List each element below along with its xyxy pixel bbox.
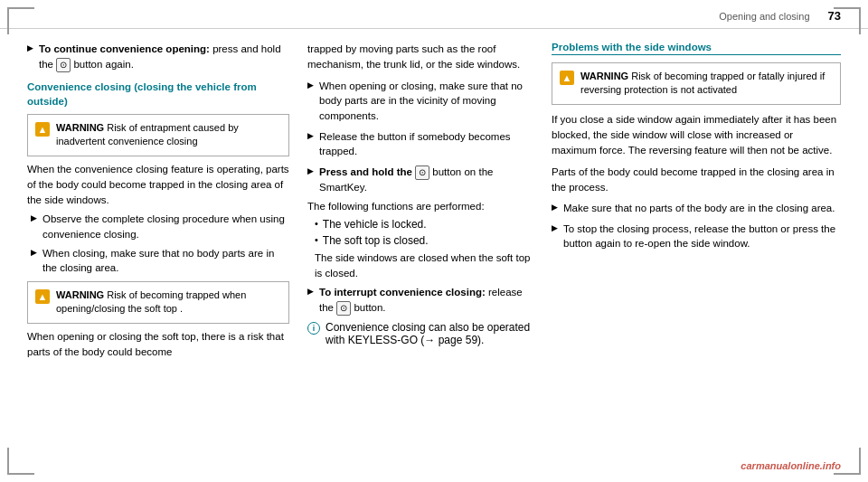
header-title: Opening and closing — [719, 11, 809, 22]
page-container: Opening and closing 73 ▶ To continue con… — [0, 0, 868, 482]
middle-arrow-1-text: When opening or closing, make sure that … — [319, 79, 533, 124]
right-arrow-2-text: To stop the closing process, release the… — [563, 222, 841, 251]
info-icon-1: i — [307, 322, 320, 335]
press-hold-bold: Press and hold the — [319, 166, 415, 177]
key-button-2: ⊙ — [415, 165, 429, 180]
left-column: ▶ To continue convenience opening: press… — [27, 42, 289, 366]
interrupt-bold: To interrupt convenience closing: — [319, 287, 486, 298]
warning-label-3: WARNING — [580, 71, 628, 81]
sub-item-2: ▶ When closing, make sure that no body p… — [31, 246, 289, 276]
warning-icon-3: ▲ — [560, 71, 574, 85]
warning-text-1: WARNING Risk of entrapment caused by ina… — [56, 121, 281, 149]
bullet-1: • The vehicle is locked. — [307, 218, 533, 231]
arrow-icon-m1: ▶ — [307, 80, 314, 90]
corner-bl — [7, 448, 34, 475]
bullet-2: • The soft top is closed. — [307, 234, 533, 247]
press-hold-item: ▶ Press and hold the ⊙ button on the Sma… — [307, 165, 533, 195]
info-item-1: i Convenience closing can also be operat… — [307, 321, 533, 346]
bullet-dot-1: • — [315, 218, 318, 229]
middle-arrow-2: ▶ Release the button if somebody becomes… — [307, 129, 533, 159]
warning-box-1: ▲ WARNING Risk of entrapment caused by i… — [27, 114, 289, 156]
side-windows-note: The side windows are closed when the sof… — [307, 250, 533, 282]
arrow-icon-sub-2: ▶ — [31, 248, 37, 257]
key-button-1: ⊙ — [56, 58, 71, 72]
warning-triangle-2: ▲ — [38, 291, 48, 302]
arrow-icon-sub-1: ▶ — [31, 213, 37, 222]
arrow-icon-1: ▶ — [27, 43, 33, 52]
corner-tl — [7, 7, 34, 34]
arrow-icon-m3: ▶ — [307, 166, 314, 175]
content-area: ▶ To continue convenience opening: press… — [0, 29, 868, 379]
body-para-1: When the convenience closing feature is … — [27, 162, 289, 209]
warning-text-2: WARNING Risk of becoming trapped when op… — [56, 288, 281, 317]
body-para-2: When opening or closing the soft top, th… — [27, 329, 289, 361]
problems-heading: Problems with the side windows — [552, 42, 841, 55]
press-hold-text: Press and hold the ⊙ button on the Smart… — [319, 165, 533, 195]
continue-opening-bold: To continue convenience opening: — [39, 43, 210, 54]
key-button-3: ⊙ — [336, 301, 351, 316]
page-header: Opening and closing 73 — [0, 0, 868, 29]
sub-item-1: ▶ Observe the complete closing procedure… — [31, 212, 289, 241]
warning-triangle-3: ▲ — [562, 72, 572, 83]
warning-box-3: ▲ WARNING Risk of becoming trapped or fa… — [552, 62, 841, 105]
right-arrow-2: ▶ To stop the closing process, release t… — [552, 222, 841, 251]
warning-label-1: WARNING — [56, 122, 104, 133]
right-body-1: If you close a side window again immedia… — [552, 112, 841, 159]
sub-list-1: ▶ Observe the complete closing procedure… — [31, 212, 289, 276]
bullet-2-text: The soft top is closed. — [323, 234, 429, 247]
right-body-2: Parts of the body could become trapped i… — [552, 165, 841, 196]
right-arrow-1-text: Make sure that no parts of the body are … — [563, 201, 835, 216]
bullet-dot-2: • — [315, 234, 318, 245]
info-text-1: Convenience closing can also be operated… — [326, 321, 533, 346]
warning-icon-1: ▲ — [35, 122, 50, 137]
interrupt-item: ▶ To interrupt convenience closing: rele… — [307, 285, 533, 316]
functions-label: The following functions are performed: — [307, 199, 533, 214]
arrow-icon-m2: ▶ — [307, 131, 314, 140]
sub-item-2-text: When closing, make sure that no body par… — [42, 246, 289, 276]
continue-opening-text3: button again. — [73, 59, 134, 70]
middle-body-1: trapped by moving parts such as the roof… — [307, 42, 533, 73]
continue-opening-text: To continue convenience opening: press a… — [39, 42, 289, 72]
sub-item-1-text: Observe the complete closing procedure w… — [42, 212, 289, 241]
middle-arrow-1: ▶ When opening or closing, make sure tha… — [307, 79, 533, 124]
arrow-item-continue: ▶ To continue convenience opening: press… — [27, 42, 289, 72]
interrupt-text3: button. — [354, 302, 385, 313]
convenience-closing-heading: Convenience closing (closing the vehicle… — [27, 80, 289, 109]
arrow-icon-r1: ▶ — [552, 203, 558, 212]
warning-triangle-1: ▲ — [38, 124, 48, 135]
warning-box-2: ▲ WARNING Risk of becoming trapped when … — [27, 281, 289, 324]
interrupt-text: To interrupt convenience closing: releas… — [319, 285, 533, 316]
middle-column: trapped by moving parts such as the roof… — [307, 42, 533, 366]
arrow-icon-m4: ▶ — [307, 287, 314, 296]
corner-tr — [834, 7, 861, 34]
warning-text-3: WARNING Risk of becoming trapped or fata… — [580, 70, 833, 98]
middle-arrow-2-text: Release the button if somebody becomes t… — [319, 129, 533, 159]
right-arrow-1: ▶ Make sure that no parts of the body ar… — [552, 201, 841, 216]
arrow-icon-r2: ▶ — [552, 223, 558, 232]
warning-icon-2: ▲ — [35, 289, 50, 304]
watermark: carmanualonline.info — [741, 460, 841, 471]
right-column: Problems with the side windows ▲ WARNING… — [552, 42, 841, 366]
warning-label-2: WARNING — [56, 289, 104, 300]
bullet-1-text: The vehicle is locked. — [323, 218, 427, 231]
info-i: i — [313, 324, 316, 333]
